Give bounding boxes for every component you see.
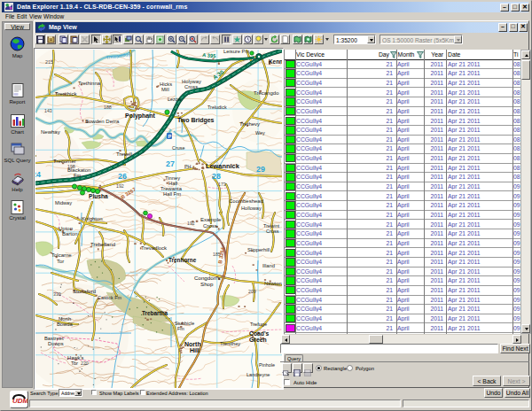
svg-text:Coad's: Coad's [249, 330, 270, 337]
svg-text:Trevadlock: Trevadlock [141, 245, 168, 251]
svg-text:Trethevy: Trethevy [239, 121, 260, 127]
svg-text:Kenna: Kenna [269, 58, 282, 65]
svg-text:Cross: Cross [203, 223, 217, 229]
svg-text:P: P [168, 134, 171, 139]
svg-text:143: 143 [44, 108, 52, 113]
svg-text:Castick Fm: Castick Fm [98, 295, 121, 300]
svg-text:Bowda: Bowda [57, 322, 74, 327]
svg-text:Slipperhill: Slipperhill [247, 247, 270, 252]
svg-text:Plusha: Plusha [89, 193, 108, 199]
svg-text:Cross: Cross [184, 84, 198, 89]
svg-text:Bowden Derra: Bowden Derra [85, 119, 120, 124]
svg-text:28: 28 [212, 172, 221, 181]
svg-text:Trevell: Trevell [116, 151, 132, 157]
svg-text:209: 209 [248, 289, 256, 294]
svg-text:Shop: Shop [200, 281, 214, 287]
svg-text:220: 220 [81, 361, 89, 366]
svg-text:Trebelland: Trebelland [90, 242, 115, 247]
svg-text:Downs: Downs [48, 341, 64, 346]
svg-text:Stonaford: Stonaford [73, 289, 96, 294]
svg-text:PH: PH [184, 164, 192, 169]
svg-text:Trenhorne: Trenhorne [168, 257, 197, 263]
svg-text:Congdon's: Congdon's [194, 275, 220, 281]
svg-text:North: North [184, 341, 201, 347]
svg-text:Mill: Mill [161, 87, 169, 92]
svg-text:192: 192 [116, 183, 124, 189]
svg-text:Trerithick: Trerithick [55, 91, 77, 97]
svg-text:215: 215 [45, 59, 53, 65]
svg-text:Example: Example [200, 217, 222, 222]
svg-text:Treludick: Treludick [207, 105, 227, 110]
svg-text:Barton: Barton [62, 231, 78, 237]
svg-text:UDM: UDM [12, 397, 27, 405]
svg-text:Hill: Hill [190, 347, 200, 353]
svg-text:Coombeshead: Coombeshead [229, 198, 263, 204]
svg-text:Fm: Fm [177, 326, 184, 331]
svg-text:Newton: Newton [264, 281, 282, 286]
svg-text:Pinhole: Pinhole [259, 362, 275, 368]
svg-text:Tor: Tor [57, 259, 64, 264]
svg-text:Two Bridges: Two Bridges [177, 117, 215, 124]
svg-text:Hall Fm: Hall Fm [163, 191, 181, 197]
svg-text:Landreyne: Landreyne [246, 372, 270, 377]
svg-text:Trefuge: Trefuge [250, 322, 267, 327]
svg-text:Midway: Midway [55, 200, 72, 206]
svg-text:192: 192 [187, 221, 195, 226]
svg-text:Fm: Fm [74, 173, 81, 178]
svg-text:Leisure Pm: Leisure Pm [223, 50, 249, 54]
svg-text:Knighton: Knighton [82, 216, 103, 221]
svg-text:Illand: Illand [262, 263, 275, 268]
svg-text:Green: Green [249, 337, 267, 343]
svg-text:Trecangdo: Trecangdo [254, 90, 279, 96]
svg-text:Cross: Cross [266, 229, 279, 234]
svg-text:Trethinna: Trethinna [78, 81, 101, 86]
svg-text:Lewannick: Lewannick [206, 162, 240, 170]
svg-text:Tor: Tor [71, 361, 78, 366]
svg-text:Trebartha: Trebartha [142, 310, 168, 316]
svg-text:Polyphant: Polyphant [125, 112, 156, 120]
svg-text:27: 27 [166, 159, 175, 168]
svg-text:Cruse: Cruse [172, 145, 184, 151]
svg-text:Wey: Wey [255, 130, 265, 136]
svg-text:29: 29 [256, 165, 265, 174]
svg-text:Holloway: Holloway [241, 206, 262, 211]
svg-text:Newhay: Newhay [41, 129, 60, 135]
svg-text:173: 173 [218, 182, 226, 187]
svg-text:Trenithey: Trenithey [220, 341, 240, 346]
svg-text:188: 188 [104, 105, 112, 110]
svg-text:24: 24 [35, 170, 41, 179]
svg-text:Lezow: Lezow [168, 97, 182, 102]
svg-text:330: 330 [53, 291, 61, 297]
svg-text:Tolcarne: Tolcarne [51, 252, 72, 258]
svg-text:26: 26 [118, 172, 127, 181]
